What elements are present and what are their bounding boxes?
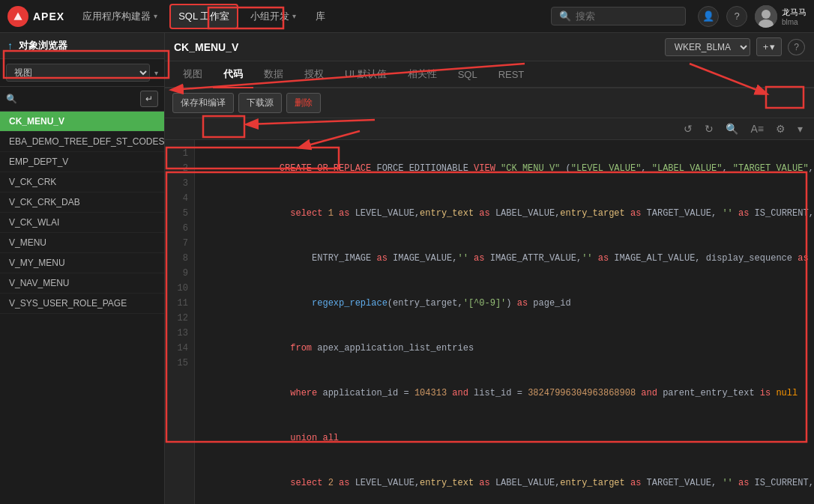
chevron-down-icon: ▾ bbox=[770, 41, 775, 52]
sidebar: ↑ 对象浏览器 视图 ▾ 🔍 ↵ CK_MENU_V EBA_DEMO_TREE… bbox=[0, 33, 165, 504]
notifications-button[interactable]: 👤 bbox=[698, 6, 719, 27]
sidebar-search-button[interactable]: ↵ bbox=[140, 91, 158, 107]
code-line-4: regexp_replace(entry_target,'[^0-9]') as… bbox=[204, 281, 805, 326]
tab-code[interactable]: 代码 bbox=[213, 61, 253, 88]
settings-button[interactable]: ⚙ bbox=[772, 121, 789, 136]
code-line-6: where application_id = 104313 and list_i… bbox=[204, 371, 805, 416]
sidebar-header: ↑ 对象浏览器 bbox=[0, 33, 164, 59]
object-header-left: CK_MENU_V bbox=[174, 41, 238, 53]
apex-logo-icon bbox=[7, 6, 28, 27]
tab-sql[interactable]: SQL bbox=[447, 63, 488, 88]
code-editor: ↺ ↻ 🔍 A≡ ⚙ ▾ 1 2 3 4 5 6 7 8 9 10 bbox=[165, 118, 814, 504]
tab-auth[interactable]: 授权 bbox=[294, 61, 334, 88]
code-line-2: select 1 as LEVEL_VALUE,entry_text as LA… bbox=[204, 191, 805, 236]
tab-ui-defaults[interactable]: UI 默认值 bbox=[334, 61, 397, 88]
search-icon: 🔍 bbox=[559, 10, 571, 22]
sidebar-item-v-ck-crk[interactable]: V_CK_CRK bbox=[0, 172, 164, 192]
sidebar-item-v-ck-crk-dab[interactable]: V_CK_CRK_DAB bbox=[0, 192, 164, 213]
sidebar-object-list: CK_MENU_V EBA_DEMO_TREE_DEF_ST_CODES EMP… bbox=[0, 112, 164, 504]
search-icon: 🔍 bbox=[6, 94, 17, 104]
apex-logo: APEX bbox=[7, 6, 64, 27]
chevron-down-icon: ▾ bbox=[154, 12, 157, 20]
apex-logo-text: APEX bbox=[33, 10, 64, 22]
user-avatar[interactable]: 龙马马 blma bbox=[755, 5, 807, 28]
object-header-right: WKER_BLMA + ▾ ? bbox=[665, 37, 805, 56]
sidebar-item-emp-dept[interactable]: EMP_DEPT_V bbox=[0, 152, 164, 172]
code-line-1: CREATE OR REPLACE FORCE EDITIONABLE VIEW… bbox=[204, 146, 805, 191]
nav-item-gallery[interactable]: 库 bbox=[308, 5, 333, 28]
save-compile-button[interactable]: 保存和编译 bbox=[172, 93, 234, 113]
context-help-button[interactable]: ? bbox=[788, 39, 805, 55]
download-source-button[interactable]: 下载源 bbox=[238, 93, 282, 113]
tab-data[interactable]: 数据 bbox=[253, 61, 294, 88]
avatar-image bbox=[755, 5, 777, 28]
chevron-down-icon: ▾ bbox=[154, 69, 158, 77]
object-title: CK_MENU_V bbox=[174, 41, 238, 53]
sidebar-item-v-menu[interactable]: V_MENU bbox=[0, 233, 164, 253]
tab-rest[interactable]: REST bbox=[488, 63, 535, 88]
object-header: CK_MENU_V WKER_BLMA + ▾ ? bbox=[165, 33, 814, 61]
global-search-input[interactable] bbox=[576, 10, 678, 22]
editor-toolbar: 保存和编译 下载源 删除 bbox=[165, 88, 814, 118]
help-button[interactable]: ? bbox=[726, 6, 747, 27]
nav-item-sql-workshop[interactable]: SQL 工作室 bbox=[169, 4, 238, 29]
object-type-select[interactable]: 视图 bbox=[6, 64, 150, 82]
sidebar-item-v-my-menu[interactable]: V_MY_MENU bbox=[0, 253, 164, 273]
plus-icon: + bbox=[763, 41, 769, 52]
global-search-box: 🔍 bbox=[551, 7, 686, 25]
chevron-down-icon: ▾ bbox=[292, 12, 296, 20]
find-button[interactable]: 🔍 bbox=[722, 121, 742, 136]
main-layout: ↑ 对象浏览器 视图 ▾ 🔍 ↵ CK_MENU_V EBA_DEMO_TREE… bbox=[0, 33, 814, 504]
code-text[interactable]: CREATE OR REPLACE FORCE EDITIONABLE VIEW… bbox=[195, 140, 814, 504]
tab-view[interactable]: 视图 bbox=[172, 61, 213, 88]
code-content: 1 2 3 4 5 6 7 8 9 10 11 12 13 14 15 bbox=[165, 140, 814, 504]
delete-button[interactable]: 删除 bbox=[286, 93, 321, 113]
sidebar-item-v-nav-menu[interactable]: V_NAV_MENU bbox=[0, 273, 164, 294]
code-line-5: from apex_application_list_entries bbox=[204, 326, 805, 371]
sidebar-item-v-sys-user-role[interactable]: V_SYS_USER_ROLE_PAGE bbox=[0, 294, 164, 314]
sidebar-item-eba-demo[interactable]: EBA_DEMO_TREE_DEF_ST_CODES bbox=[0, 132, 164, 152]
sidebar-search-input[interactable] bbox=[20, 94, 137, 104]
format-button[interactable]: A≡ bbox=[747, 121, 768, 136]
nav-item-team-dev[interactable]: 小组开发 ▾ bbox=[243, 5, 304, 28]
line-numbers: 1 2 3 4 5 6 7 8 9 10 11 12 13 14 15 bbox=[165, 140, 195, 504]
content-area: CK_MENU_V WKER_BLMA + ▾ ? 视图 代码 数据 授权 UI… bbox=[165, 33, 814, 504]
sidebar-item-ck-menu-v[interactable]: CK_MENU_V bbox=[0, 112, 164, 132]
code-line-7: union all bbox=[204, 416, 805, 461]
sidebar-controls: 视图 ▾ bbox=[0, 59, 164, 87]
top-navigation: APEX 应用程序构建器 ▾ SQL 工作室 小组开发 ▾ 库 🔍 👤 ? 龙马… bbox=[0, 0, 814, 33]
sidebar-title: 对象浏览器 bbox=[19, 39, 67, 52]
svg-point-3 bbox=[762, 10, 771, 19]
object-browser-icon: ↑ bbox=[7, 40, 13, 52]
sidebar-item-v-ck-wlai[interactable]: V_CK_WLAI bbox=[0, 213, 164, 233]
nav-icons: 👤 ? bbox=[698, 6, 747, 27]
tab-dependencies[interactable]: 相关性 bbox=[397, 61, 447, 88]
sidebar-search-bar: 🔍 ↵ bbox=[0, 87, 164, 112]
chevron-down-icon[interactable]: ▾ bbox=[794, 121, 807, 136]
user-info: 龙马马 blma bbox=[782, 7, 807, 26]
add-object-button[interactable]: + ▾ bbox=[756, 37, 783, 56]
code-line-8: select 2 as LEVEL_VALUE,entry_text as LA… bbox=[204, 461, 805, 504]
code-line-3: ENTRY_IMAGE as IMAGE_VALUE,'' as IMAGE_A… bbox=[204, 236, 805, 281]
tabs-bar: 视图 代码 数据 授权 UI 默认值 相关性 SQL REST bbox=[165, 61, 814, 88]
schema-select[interactable]: WKER_BLMA bbox=[665, 38, 750, 56]
nav-item-app-builder[interactable]: 应用程序构建器 ▾ bbox=[75, 5, 165, 28]
undo-button[interactable]: ↺ bbox=[680, 121, 696, 136]
editor-tools-bar: ↺ ↻ 🔍 A≡ ⚙ ▾ bbox=[165, 118, 814, 140]
redo-button[interactable]: ↻ bbox=[701, 121, 717, 136]
